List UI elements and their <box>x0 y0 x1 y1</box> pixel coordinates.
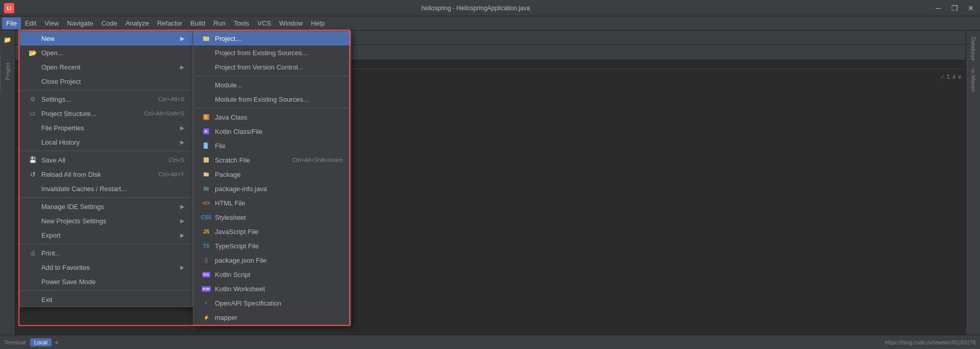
new-submenu-item-file[interactable]: File <box>193 138 351 153</box>
file-menu-item-close-project[interactable]: Close Project <box>20 74 192 88</box>
status-right: https://blog.csdn.net/weixir45169276 <box>885 339 976 345</box>
new-submenu-item-scratch[interactable]: Scratch File Ctrl+Alt+Shift+Insert <box>193 153 351 167</box>
menu-analyze[interactable]: Analyze <box>121 17 153 29</box>
ts-icon: TS <box>202 241 211 250</box>
project-existing-icon <box>202 48 211 57</box>
html-icon: </> <box>202 198 211 207</box>
database-panel-label[interactable]: Database <box>969 35 977 63</box>
file-menu-item-export[interactable]: Export ▶ <box>20 228 192 242</box>
file-menu-item-manage-ide[interactable]: Manage IDE Settings ▶ <box>20 199 192 214</box>
module-existing-icon <box>202 95 211 104</box>
project-panel-label[interactable]: Project <box>0 51 14 92</box>
svg-rect-6 <box>204 187 209 191</box>
new-submenu-item-kotlin-class[interactable]: K Kotlin Class/File <box>193 124 351 138</box>
terminal-section: Terminal: Local + <box>4 338 59 346</box>
menu-vcs[interactable]: VCS <box>253 17 275 29</box>
mapper-icon: ⚡ <box>202 313 211 322</box>
new-submenu-item-project-existing[interactable]: Project from Existing Sources... <box>193 45 351 60</box>
restore-button[interactable]: ❐ <box>949 4 960 12</box>
file-menu-item-print[interactable]: 🖨 Print... <box>20 246 192 260</box>
file-menu-item-new[interactable]: New ▶ <box>20 31 192 45</box>
sidebar-icon-folder[interactable]: 📁 <box>1 33 15 47</box>
new-submenu-item-mapper[interactable]: ⚡ mapper <box>193 310 351 324</box>
svg-rect-0 <box>203 37 209 41</box>
svg-rect-3 <box>204 157 209 162</box>
new-projects-icon <box>28 216 37 225</box>
new-submenu-item-kotlin-script[interactable]: KS Kotlin Script <box>193 267 351 282</box>
menu-refactor[interactable]: Refactor <box>153 17 186 29</box>
css-icon: CSS <box>202 213 211 222</box>
new-sep-2 <box>193 108 351 108</box>
power-save-icon <box>28 277 37 286</box>
kotlin-class-icon: K <box>202 127 211 136</box>
invalidate-icon <box>28 184 37 193</box>
kotlin-worksheet-icon: KW <box>202 284 211 293</box>
package-icon <box>202 170 211 179</box>
maven-panel-label[interactable]: m Maven <box>969 67 977 94</box>
new-submenu-item-package-json[interactable]: {} package.json File <box>193 253 351 267</box>
gutter-check: ✓ 1 ∧ ∨ <box>941 73 962 81</box>
new-submenu-item-kotlin-worksheet[interactable]: KW Kotlin Worksheet <box>193 282 351 296</box>
menu-file[interactable]: File <box>2 17 21 29</box>
new-submenu-item-openapi[interactable]: ✓ OpenAPI Specification <box>193 296 351 310</box>
new-submenu-item-module-existing[interactable]: Module from Existing Sources... <box>193 92 351 106</box>
new-submenu-item-ts[interactable]: TS TypeScript File <box>193 239 351 253</box>
project-folder-icon <box>202 34 211 43</box>
new-submenu-item-js[interactable]: JS JavaScript File <box>193 224 351 239</box>
file-menu-item-local-history[interactable]: Local History ▶ <box>20 135 192 149</box>
file-menu-item-exit[interactable]: Exit <box>20 292 192 307</box>
new-icon <box>28 34 37 43</box>
file-menu-item-power-save[interactable]: Power Save Mode <box>20 274 192 289</box>
minimize-button[interactable]: ─ <box>933 4 943 12</box>
openapi-icon: ✓ <box>202 298 211 308</box>
project-structure-icon: 🗂 <box>28 109 37 118</box>
new-submenu-item-project[interactable]: Project... <box>193 31 351 45</box>
menu-navigate[interactable]: Navigate <box>63 17 97 29</box>
terminal-local-tab[interactable]: Local <box>30 338 52 346</box>
menu-help[interactable]: Help <box>307 17 329 29</box>
file-menu-item-save-all[interactable]: 💾 Save All Ctrl+S <box>20 153 192 167</box>
file-menu-item-project-structure[interactable]: 🗂 Project Structure... Ctrl+Alt+Shift+S <box>20 106 192 121</box>
window-title: hellospring - HellospringApplication.jav… <box>18 5 933 12</box>
file-icon <box>202 141 211 150</box>
menu-view[interactable]: View <box>40 17 63 29</box>
file-menu-item-settings[interactable]: ⚙ Settings... Ctrl+Alt+S <box>20 92 192 106</box>
new-submenu-item-stylesheet[interactable]: CSS Stylesheet <box>193 210 351 224</box>
file-menu-item-file-properties[interactable]: File Properties ▶ <box>20 121 192 135</box>
close-project-icon <box>28 77 37 86</box>
close-button[interactable]: ✕ <box>966 4 976 12</box>
new-submenu-item-package[interactable]: Package <box>193 167 351 181</box>
exit-icon <box>28 295 37 304</box>
menu-tools[interactable]: Tools <box>230 17 253 29</box>
file-menu-dropdown: New ▶ 📂 Open... Open Recent ▶ Close Proj… <box>19 31 193 307</box>
menu-build[interactable]: Build <box>186 17 209 29</box>
statusbar: Terminal: Local + https://blog.csdn.net/… <box>0 335 980 349</box>
file-properties-icon <box>28 123 37 132</box>
new-submenu-item-package-info[interactable]: package-info.java <box>193 181 351 196</box>
settings-icon: ⚙ <box>28 95 37 104</box>
menu-edit[interactable]: Edit <box>21 17 40 29</box>
add-terminal-button[interactable]: + <box>55 338 59 346</box>
menu-run[interactable]: Run <box>209 17 230 29</box>
file-menu-item-reload[interactable]: ↺ Reload All from Disk Ctrl+Alt+Y <box>20 167 192 181</box>
titlebar: IJ hellospring - HellospringApplication.… <box>0 0 980 16</box>
menu-code[interactable]: Code <box>97 17 121 29</box>
save-icon: 💾 <box>28 155 37 165</box>
file-menu-item-invalidate[interactable]: Invalidate Caches / Restart... <box>20 181 192 196</box>
file-menu-item-open[interactable]: 📂 Open... <box>20 45 192 60</box>
js-icon: JS <box>202 227 211 236</box>
file-menu-item-add-favorites[interactable]: Add to Favorites ▶ <box>20 260 192 274</box>
new-submenu-item-project-vcs[interactable]: Project from Version Control... <box>193 60 351 74</box>
new-submenu-item-html[interactable]: </> HTML File <box>193 196 351 210</box>
new-submenu-item-module[interactable]: Module... <box>193 78 351 92</box>
separator-1 <box>20 90 192 90</box>
file-menu-item-new-projects-settings[interactable]: New Projects Settings ▶ <box>20 214 192 228</box>
svg-rect-5 <box>204 172 206 173</box>
new-submenu-item-java-class[interactable]: C Java Class <box>193 110 351 124</box>
file-menu-item-open-recent[interactable]: Open Recent ▶ <box>20 60 192 74</box>
menu-window[interactable]: Window <box>275 17 307 29</box>
manage-ide-icon <box>28 202 37 211</box>
local-history-icon <box>28 137 37 147</box>
terminal-label: Terminal: <box>4 339 27 345</box>
java-class-icon: C <box>202 112 211 122</box>
